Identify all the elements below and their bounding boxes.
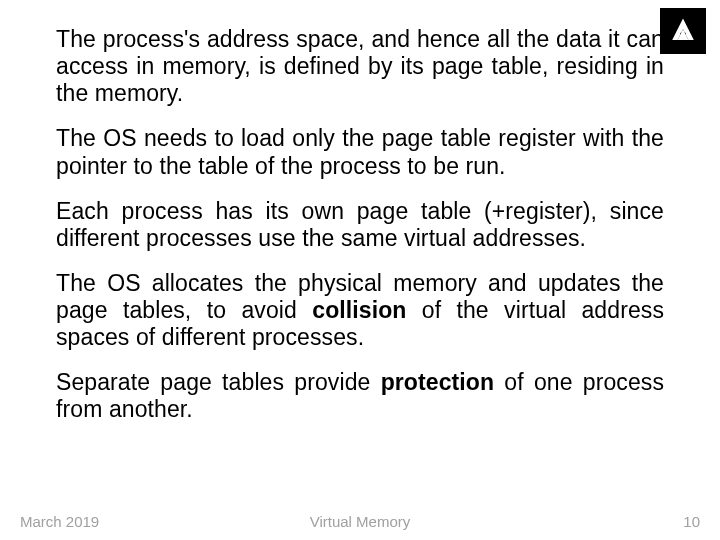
text: Each process has its own page table (+re… — [56, 198, 664, 251]
footer-page-number: 10 — [683, 513, 700, 530]
text: Separate page tables provide — [56, 369, 381, 395]
technion-icon — [665, 13, 701, 49]
paragraph-5: Separate page tables provide protection … — [56, 369, 664, 423]
paragraph-1: The process's address space, and hence a… — [56, 26, 664, 107]
paragraph-3: Each process has its own page table (+re… — [56, 198, 664, 252]
text: The OS needs to load only the page table… — [56, 125, 664, 178]
text: The process's address space, and hence a… — [56, 26, 664, 106]
paragraph-2: The OS needs to load only the page table… — [56, 125, 664, 179]
bold-protection: protection — [381, 369, 494, 395]
slide: The process's address space, and hence a… — [0, 0, 720, 540]
footer-date: March 2019 — [20, 513, 99, 530]
paragraph-4: The OS allocates the physical memory and… — [56, 270, 664, 351]
footer-title: Virtual Memory — [310, 513, 411, 530]
bold-collision: collision — [312, 297, 406, 323]
institution-logo — [660, 8, 706, 54]
footer: March 2019 Virtual Memory 10 — [0, 513, 720, 530]
